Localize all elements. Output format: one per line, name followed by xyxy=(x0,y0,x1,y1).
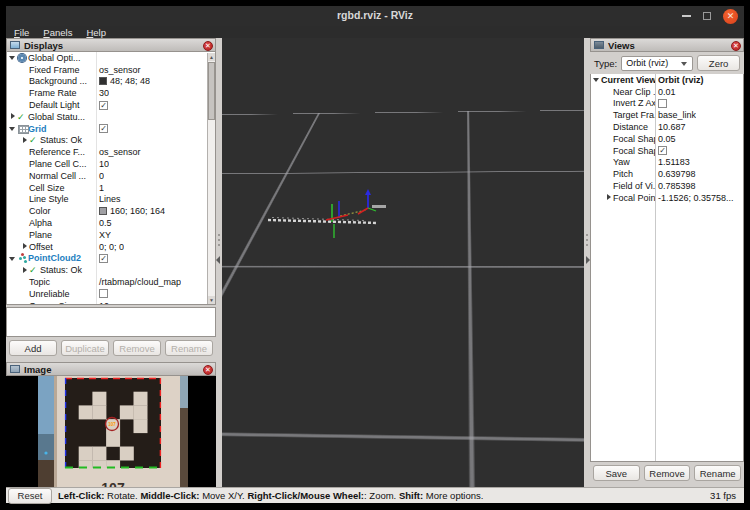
view-type-dropdown[interactable]: Orbit (rviz) xyxy=(621,56,693,71)
property-row[interactable]: Grid✓ xyxy=(7,123,215,135)
property-value[interactable]: 1 xyxy=(99,183,104,193)
displays-close-icon[interactable]: ✕ xyxy=(203,41,213,51)
property-row[interactable]: ✓Global Statu... xyxy=(7,111,215,123)
property-value[interactable]: 0.5 xyxy=(99,218,112,228)
scrollbar-thumb[interactable] xyxy=(208,62,215,120)
checkbox-checked[interactable]: ✓ xyxy=(658,146,667,155)
displays-property-tree[interactable]: Global Opti...Fixed Frameos_sensorBackgr… xyxy=(6,52,216,305)
property-row[interactable]: Field of Vi...0.785398 xyxy=(591,180,743,192)
property-row[interactable]: Yaw1.51183 xyxy=(591,157,743,169)
property-value[interactable]: 0.05 xyxy=(658,134,676,144)
expander-down-icon[interactable] xyxy=(592,75,601,84)
property-value[interactable]: 10 xyxy=(99,159,109,169)
property-value[interactable]: 160; 160; 164 xyxy=(110,206,165,216)
property-row[interactable]: Line StyleLines xyxy=(7,194,215,206)
property-row[interactable]: Near Clip ...0.01 xyxy=(591,86,743,98)
minimize-icon[interactable] xyxy=(682,15,691,17)
property-row[interactable]: Normal Cell ...0 xyxy=(7,170,215,182)
property-row[interactable]: Target Fra...base_link xyxy=(591,109,743,121)
remove-button[interactable]: Remove xyxy=(113,340,161,356)
property-row[interactable]: Cell Size1 xyxy=(7,182,215,194)
expander-down-icon[interactable] xyxy=(8,254,17,263)
menu-panels[interactable]: Panels xyxy=(43,27,72,38)
property-row[interactable]: Focal Point-1.1526; 0.35758... xyxy=(591,192,743,204)
property-value[interactable]: Lines xyxy=(99,194,121,204)
property-value[interactable]: 10.687 xyxy=(658,122,686,132)
expander-right-icon[interactable] xyxy=(8,112,17,121)
property-value[interactable]: 30 xyxy=(99,88,109,98)
checkbox-unchecked[interactable] xyxy=(99,289,108,298)
property-value[interactable]: 48; 48; 48 xyxy=(110,76,150,86)
property-row[interactable]: Pitch0.639798 xyxy=(591,168,743,180)
property-row[interactable]: Current ViewOrbit (rviz) xyxy=(591,74,743,86)
menu-file[interactable]: File xyxy=(14,27,29,38)
property-row[interactable]: PlaneXY xyxy=(7,229,215,241)
scroll-up-icon[interactable]: ▲ xyxy=(208,53,215,61)
remove-button[interactable]: Remove xyxy=(644,465,691,481)
title-bar[interactable]: rgbd.rviz - RViz ✕ xyxy=(6,6,744,26)
expander-right-icon[interactable] xyxy=(20,266,29,275)
property-row[interactable]: Plane Cell C...10 xyxy=(7,158,215,170)
property-value[interactable]: 10 xyxy=(99,301,109,305)
property-value[interactable]: 0 xyxy=(99,171,104,181)
property-row[interactable]: Invert Z Axis xyxy=(591,98,743,110)
property-row[interactable]: Frame Rate30 xyxy=(7,87,215,99)
views-close-icon[interactable]: ✕ xyxy=(731,41,741,51)
save-button[interactable]: Save xyxy=(593,465,640,481)
property-row[interactable]: Reference F...os_sensor xyxy=(7,146,215,158)
property-row[interactable]: Global Opti... xyxy=(7,52,215,64)
views-property-tree[interactable]: Current ViewOrbit (rviz)Near Clip ...0.0… xyxy=(590,74,744,462)
property-row[interactable]: Focal Shap...✓ xyxy=(591,145,743,157)
property-row[interactable]: PointCloud2✓ xyxy=(7,253,215,265)
expander-right-icon[interactable] xyxy=(20,242,29,251)
property-row[interactable]: Topic/rtabmap/cloud_map xyxy=(7,276,215,288)
image-panel-header[interactable]: Image ✕ xyxy=(6,362,216,376)
property-value[interactable]: Orbit (rviz) xyxy=(658,75,704,85)
checkbox-unchecked[interactable] xyxy=(658,99,667,108)
expander-right-icon[interactable] xyxy=(604,193,613,202)
property-row[interactable]: Fixed Frameos_sensor xyxy=(7,64,215,76)
property-value[interactable]: 0.639798 xyxy=(658,169,696,179)
checkbox-checked[interactable]: ✓ xyxy=(99,124,108,133)
property-value[interactable]: os_sensor xyxy=(99,65,141,75)
property-value[interactable]: /rtabmap/cloud_map xyxy=(99,277,181,287)
property-row[interactable]: ✓Status: Ok xyxy=(7,135,215,147)
property-value[interactable]: -1.1526; 0.35758... xyxy=(658,193,734,203)
property-value[interactable]: 0; 0; 0 xyxy=(99,242,124,252)
expander-down-icon[interactable] xyxy=(8,124,17,133)
property-value[interactable]: 0.01 xyxy=(658,87,676,97)
property-row[interactable]: Unreliable xyxy=(7,288,215,300)
add-button[interactable]: Add xyxy=(9,340,57,356)
expander-right-icon[interactable] xyxy=(20,136,29,145)
property-row[interactable]: Background ...48; 48; 48 xyxy=(7,76,215,88)
views-panel-header[interactable]: Views ✕ xyxy=(590,38,744,52)
property-row[interactable]: Focal Shap...0.05 xyxy=(591,133,743,145)
3d-viewport[interactable] xyxy=(222,38,584,487)
expander-down-icon[interactable] xyxy=(8,53,17,62)
duplicate-button[interactable]: Duplicate xyxy=(61,340,109,356)
checkbox-checked[interactable]: ✓ xyxy=(99,254,108,263)
maximize-icon[interactable] xyxy=(703,12,711,20)
property-row[interactable]: Distance10.687 xyxy=(591,121,743,133)
property-value[interactable]: XY xyxy=(99,230,111,240)
property-row[interactable]: Default Light✓ xyxy=(7,99,215,111)
close-icon[interactable]: ✕ xyxy=(723,9,738,24)
rename-button[interactable]: Rename xyxy=(694,465,741,481)
checkbox-checked[interactable]: ✓ xyxy=(99,101,108,110)
property-row[interactable]: Color160; 160; 164 xyxy=(7,205,215,217)
reset-button[interactable]: Reset xyxy=(8,488,52,504)
property-value[interactable]: os_sensor xyxy=(99,147,141,157)
property-value[interactable]: 1.51183 xyxy=(658,157,690,167)
displays-panel-header[interactable]: Displays ✕ xyxy=(6,38,216,52)
displays-scrollbar[interactable]: ▲ ▼ xyxy=(207,53,215,304)
menu-help[interactable]: Help xyxy=(86,27,106,38)
property-row[interactable]: Queue Size10 xyxy=(7,300,215,305)
rename-button[interactable]: Rename xyxy=(165,340,213,356)
collapse-left-icon[interactable] xyxy=(216,256,220,264)
property-row[interactable]: ✓Status: Ok xyxy=(7,264,215,276)
image-close-icon[interactable]: ✕ xyxy=(203,365,213,375)
property-value[interactable]: 0.785398 xyxy=(658,181,696,191)
property-value[interactable]: base_link xyxy=(658,110,696,120)
scroll-down-icon[interactable]: ▼ xyxy=(208,296,215,304)
property-row[interactable]: Alpha0.5 xyxy=(7,217,215,229)
